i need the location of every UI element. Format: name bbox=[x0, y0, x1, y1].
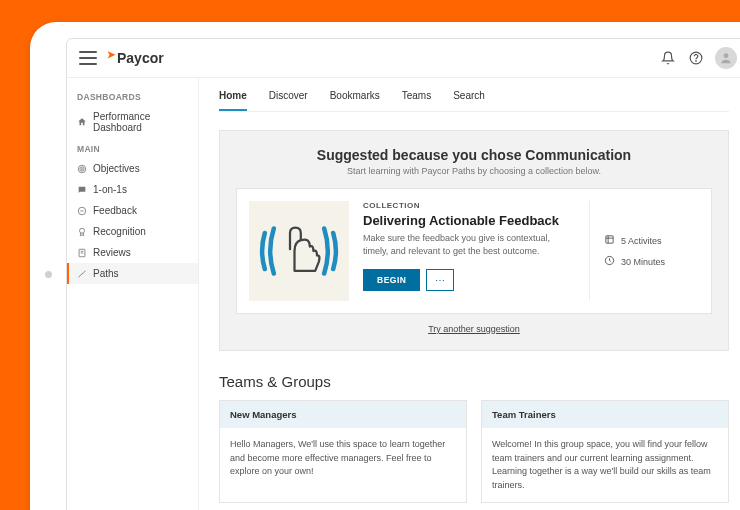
award-icon bbox=[77, 227, 87, 237]
app-window: ➤ Paycor DASHBOARDS bbox=[66, 38, 740, 510]
user-avatar[interactable] bbox=[715, 47, 737, 69]
suggestion-panel: Suggested because you chose Communicatio… bbox=[219, 130, 729, 351]
menu-hamburger-icon[interactable] bbox=[79, 51, 97, 65]
target-icon bbox=[77, 164, 87, 174]
chat-icon bbox=[77, 185, 87, 195]
collection-thumbnail bbox=[249, 201, 349, 301]
collection-meta: 5 Activites 30 Minutes bbox=[589, 201, 699, 301]
try-another-link[interactable]: Try another suggestion bbox=[236, 324, 712, 334]
sidebar-heading-dashboards: DASHBOARDS bbox=[67, 86, 198, 106]
tab-teams[interactable]: Teams bbox=[402, 90, 431, 111]
teams-grid: New Managers Hello Managers, We'll use t… bbox=[219, 400, 729, 503]
sidebar-item-recognition[interactable]: Recognition bbox=[67, 221, 198, 242]
sidebar-item-label: Feedback bbox=[93, 205, 137, 216]
tab-home[interactable]: Home bbox=[219, 90, 247, 111]
begin-button[interactable]: BEGIN bbox=[363, 269, 420, 291]
collection-card: COLLECTION Delivering Actionable Feedbac… bbox=[236, 188, 712, 314]
suggestion-subtitle: Start learning with Paycor Paths by choo… bbox=[236, 166, 712, 176]
svg-point-1 bbox=[696, 61, 697, 62]
tablet-home-dot bbox=[45, 271, 52, 278]
content-tabs: Home Discover Bookmarks Teams Search bbox=[219, 78, 729, 112]
collection-title: Delivering Actionable Feedback bbox=[363, 213, 575, 228]
team-card-body: Welcome! In this group space, you will f… bbox=[482, 428, 728, 502]
sidebar-item-reviews[interactable]: Reviews bbox=[67, 242, 198, 263]
sidebar: DASHBOARDS Performance Dashboard MAIN Ob… bbox=[67, 78, 199, 510]
sidebar-item-feedback[interactable]: Feedback bbox=[67, 200, 198, 221]
topbar: ➤ Paycor bbox=[67, 39, 740, 78]
paths-icon bbox=[77, 269, 87, 279]
clock-icon bbox=[604, 255, 615, 268]
svg-point-2 bbox=[724, 53, 729, 58]
sidebar-item-label: 1-on-1s bbox=[93, 184, 127, 195]
tab-bookmarks[interactable]: Bookmarks bbox=[330, 90, 380, 111]
help-icon[interactable] bbox=[687, 49, 705, 67]
suggestion-title: Suggested because you chose Communicatio… bbox=[236, 147, 712, 163]
activities-count: 5 Activites bbox=[621, 236, 662, 246]
team-card-new-managers[interactable]: New Managers Hello Managers, We'll use t… bbox=[219, 400, 467, 503]
brand-text: Paycor bbox=[117, 50, 164, 66]
sidebar-item-paths[interactable]: Paths bbox=[67, 263, 198, 284]
content-area: Home Discover Bookmarks Teams Search Sug… bbox=[199, 78, 740, 510]
feedback-icon bbox=[77, 206, 87, 216]
activities-icon bbox=[604, 234, 615, 247]
collection-description: Make sure the feedback you give is conte… bbox=[363, 232, 575, 257]
teams-heading: Teams & Groups bbox=[219, 373, 729, 390]
sidebar-item-label: Performance Dashboard bbox=[93, 111, 188, 133]
team-card-title: New Managers bbox=[220, 401, 466, 428]
svg-rect-9 bbox=[606, 236, 613, 243]
sidebar-item-label: Reviews bbox=[93, 247, 131, 258]
sidebar-item-objectives[interactable]: Objectives bbox=[67, 158, 198, 179]
sidebar-item-1on1s[interactable]: 1-on-1s bbox=[67, 179, 198, 200]
document-icon bbox=[77, 248, 87, 258]
tab-search[interactable]: Search bbox=[453, 90, 485, 111]
sidebar-heading-main: MAIN bbox=[67, 138, 198, 158]
team-card-title: Team Trainers bbox=[482, 401, 728, 428]
logo-swoosh-icon: ➤ bbox=[107, 49, 115, 60]
duration-text: 30 Minutes bbox=[621, 257, 665, 267]
more-options-button[interactable]: ⋯ bbox=[426, 269, 454, 291]
tab-discover[interactable]: Discover bbox=[269, 90, 308, 111]
sidebar-item-label: Objectives bbox=[93, 163, 140, 174]
svg-point-5 bbox=[82, 168, 83, 169]
team-card-team-trainers[interactable]: Team Trainers Welcome! In this group spa… bbox=[481, 400, 729, 503]
notifications-icon[interactable] bbox=[659, 49, 677, 67]
brand-logo: ➤ Paycor bbox=[107, 50, 164, 66]
sidebar-item-label: Paths bbox=[93, 268, 119, 279]
team-card-body: Hello Managers, We'll use this space to … bbox=[220, 428, 466, 489]
collection-eyebrow: COLLECTION bbox=[363, 201, 575, 210]
svg-point-7 bbox=[80, 228, 85, 233]
home-icon bbox=[77, 117, 87, 127]
sidebar-item-performance-dashboard[interactable]: Performance Dashboard bbox=[67, 106, 198, 138]
sidebar-item-label: Recognition bbox=[93, 226, 146, 237]
